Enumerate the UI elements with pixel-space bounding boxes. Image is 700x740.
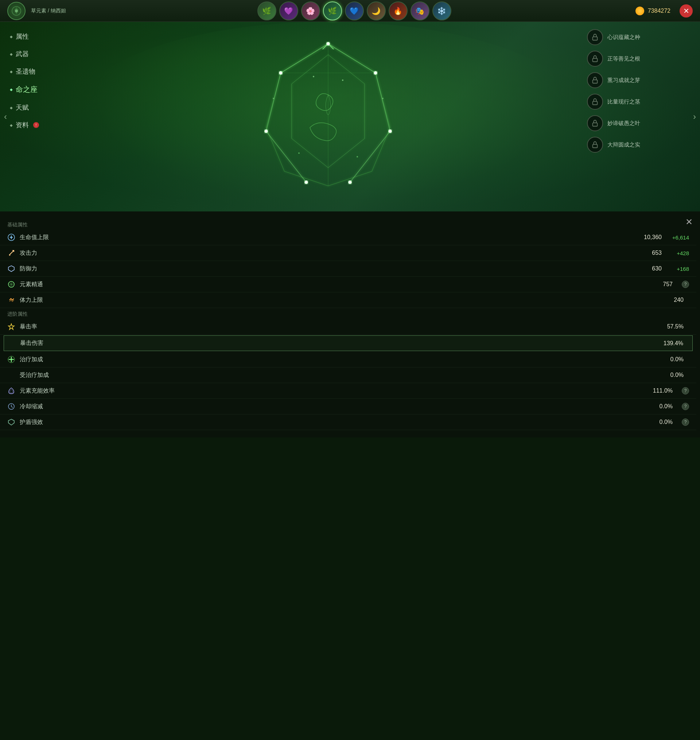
constellation-item-2[interactable]: 正等善见之根 bbox=[587, 51, 693, 67]
currency-icon bbox=[635, 7, 644, 15]
svg-rect-31 bbox=[593, 37, 597, 40]
shield-help[interactable]: ? bbox=[682, 418, 689, 426]
const-name-1: 心识蕴藏之种 bbox=[607, 34, 640, 41]
cd-label: 冷却缩减 bbox=[20, 403, 660, 410]
right-arrow[interactable]: › bbox=[689, 106, 700, 128]
er-value: 111.0% bbox=[653, 388, 673, 394]
svg-point-28 bbox=[313, 76, 314, 77]
constellation-svg bbox=[237, 25, 419, 208]
nav-item-talents[interactable]: ◆ 天赋 bbox=[6, 100, 68, 115]
nav-item-weapon[interactable]: ◆ 武器 bbox=[6, 47, 68, 61]
info-badge: ! bbox=[33, 122, 39, 128]
nav-label-4: 命之座 bbox=[16, 85, 38, 94]
stats-row-heal: 治疗加成 0.0% bbox=[0, 352, 696, 367]
def-bonus: +168 bbox=[667, 266, 689, 272]
char-avatar-9[interactable]: ❄️ bbox=[432, 1, 451, 21]
svg-point-30 bbox=[273, 98, 274, 99]
close-button[interactable]: ✕ bbox=[679, 4, 693, 18]
nav-label-3: 圣遗物 bbox=[16, 67, 35, 76]
mastery-label: 元素精通 bbox=[20, 281, 663, 288]
nav-item-info[interactable]: ◆ 资料 ! bbox=[6, 118, 68, 132]
er-label: 元素充能效率 bbox=[20, 387, 653, 395]
def-label: 防御力 bbox=[20, 265, 652, 273]
header: 草元素 / 纳西妲 🌿 💜 🌸 🌿 💙 🌙 🔥 🎭 ❄️ 7384272 ✕ bbox=[0, 0, 700, 22]
char-avatar-5[interactable]: 💙 bbox=[345, 1, 364, 21]
nav-label-1: 属性 bbox=[16, 32, 29, 41]
critrate-label: 暴击率 bbox=[20, 323, 667, 330]
svg-point-20 bbox=[265, 130, 267, 132]
constellation-item-6[interactable]: 大辩圆成之实 bbox=[587, 137, 693, 153]
healrecv-label: 受治疗加成 bbox=[20, 371, 671, 379]
char-avatar-3[interactable]: 🌸 bbox=[301, 1, 320, 21]
stats-row-atk: 攻击力 653 +428 bbox=[0, 245, 696, 261]
advanced-stats-title: 进阶属性 bbox=[0, 308, 696, 319]
char-avatar-7[interactable]: 🔥 bbox=[389, 1, 407, 21]
svg-line-6 bbox=[350, 131, 390, 182]
character-list: 🌿 💜 🌸 🌿 💙 🌙 🔥 🎭 ❄️ bbox=[73, 1, 635, 21]
svg-line-2 bbox=[328, 44, 375, 73]
atk-value: 653 bbox=[652, 250, 662, 256]
svg-rect-36 bbox=[593, 144, 597, 148]
hp-label: 生命值上限 bbox=[20, 233, 644, 241]
const-name-5: 妙谛破愚之叶 bbox=[607, 120, 640, 127]
svg-point-22 bbox=[349, 181, 351, 184]
const-name-6: 大辩圆成之实 bbox=[607, 141, 640, 148]
nav-label-5: 天赋 bbox=[16, 103, 29, 112]
nav-diamond-3: ◆ bbox=[10, 70, 13, 73]
const-name-4: 比量现行之茎 bbox=[607, 98, 640, 105]
critdmg-value: 139.4% bbox=[663, 340, 683, 347]
stamina-value: 240 bbox=[674, 297, 684, 303]
stats-row-def: 防御力 630 +168 bbox=[0, 261, 696, 277]
nav-label-6: 资料 bbox=[16, 120, 29, 129]
stats-row-shield: 护盾强效 0.0% ? bbox=[0, 414, 696, 430]
stats-row-critrate: 暴击率 57.5% bbox=[0, 319, 696, 335]
const-lock-3 bbox=[587, 72, 603, 88]
atk-icon bbox=[7, 249, 15, 257]
stats-row-er: 元素充能效率 111.0% ? bbox=[0, 383, 696, 399]
svg-rect-32 bbox=[593, 58, 597, 62]
critdmg-label: 暴击伤害 bbox=[20, 339, 663, 347]
constellation-list: 心识蕴藏之种 正等善见之根 熏习成就之芽 bbox=[583, 22, 700, 211]
stats-close-button[interactable]: ✕ bbox=[685, 217, 693, 227]
char-avatar-6[interactable]: 🌙 bbox=[367, 1, 386, 21]
mastery-help[interactable]: ? bbox=[682, 281, 689, 288]
char-avatar-4[interactable]: 🌿 bbox=[323, 1, 342, 21]
er-help[interactable]: ? bbox=[682, 387, 689, 394]
char-avatar-1[interactable]: 🌿 bbox=[257, 1, 276, 21]
char-avatar-2[interactable]: 💜 bbox=[279, 1, 298, 21]
constellation-item-1[interactable]: 心识蕴藏之种 bbox=[587, 29, 693, 45]
stats-row-cd: 冷却缩减 0.0% ? bbox=[0, 399, 696, 414]
nav-item-attributes[interactable]: ◆ 属性 bbox=[6, 29, 68, 44]
constellation-item-5[interactable]: 妙谛破愚之叶 bbox=[587, 115, 693, 131]
svg-point-25 bbox=[298, 153, 300, 154]
svg-point-29 bbox=[382, 98, 384, 99]
svg-point-12 bbox=[327, 43, 329, 45]
constellation-item-4[interactable]: 比量现行之茎 bbox=[587, 94, 693, 110]
svg-point-16 bbox=[279, 72, 282, 74]
cd-help[interactable]: ? bbox=[682, 403, 689, 410]
stats-scroll-area[interactable]: 基础属性 生命值上限 10,360 +6,614 攻击力 653 bbox=[0, 219, 696, 430]
healrecv-value: 0.0% bbox=[671, 372, 684, 378]
left-arrow[interactable]: ‹ bbox=[0, 106, 11, 128]
header-right: 7384272 ✕ bbox=[635, 4, 693, 18]
svg-rect-33 bbox=[593, 80, 597, 83]
critrate-icon bbox=[7, 323, 15, 330]
char-avatar-8[interactable]: 🎭 bbox=[410, 1, 429, 21]
heal-icon bbox=[7, 355, 15, 363]
mastery-icon bbox=[7, 280, 15, 288]
basic-stats-title: 基础属性 bbox=[0, 219, 696, 230]
main-area: ‹ ◆ 属性 ◆ 武器 ◆ 圣遗物 ◆ 命之座 ◆ 天赋 ◆ 资料 ! bbox=[0, 22, 700, 211]
svg-point-27 bbox=[342, 79, 343, 81]
const-lock-2 bbox=[587, 51, 603, 67]
svg-line-3 bbox=[281, 44, 328, 73]
svg-point-26 bbox=[357, 156, 358, 157]
nav-item-artifacts[interactable]: ◆ 圣遗物 bbox=[6, 64, 68, 79]
atk-bonus: +428 bbox=[667, 250, 689, 256]
stamina-label: 体力上限 bbox=[20, 297, 674, 304]
const-lock-1 bbox=[587, 29, 603, 45]
constellation-area bbox=[73, 22, 583, 211]
nav-item-constellation[interactable]: ◆ 命之座 bbox=[6, 82, 68, 97]
healrecv-icon bbox=[7, 371, 15, 379]
svg-point-18 bbox=[389, 130, 391, 132]
constellation-item-3[interactable]: 熏习成就之芽 bbox=[587, 72, 693, 88]
